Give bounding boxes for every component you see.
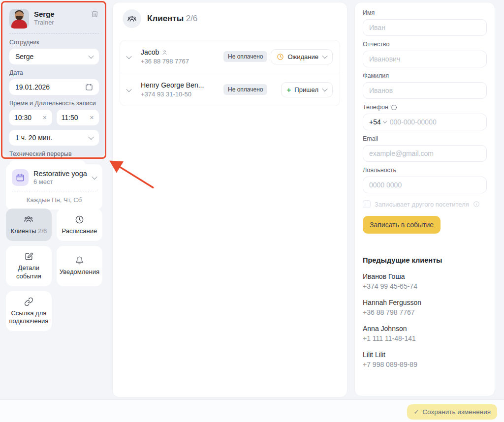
plus-icon: + — [287, 86, 291, 93]
last-name-field[interactable] — [363, 82, 487, 99]
clock-icon — [75, 215, 84, 224]
end-time-value: 11:50 — [62, 114, 78, 121]
clients-title: Клиенты — [147, 14, 184, 23]
expand-chevron-icon[interactable] — [127, 85, 137, 94]
event-capacity: 6 мест — [33, 178, 88, 185]
employee-label: Сотрудник — [9, 39, 99, 46]
previous-clients-title: Предыдущие клиенты — [363, 256, 487, 264]
chevron-down-icon — [322, 53, 327, 59]
employee-select[interactable]: Serge — [9, 49, 99, 64]
other-visitor-checkbox[interactable] — [363, 200, 371, 208]
first-name-field[interactable] — [363, 19, 487, 36]
clear-icon[interactable]: ✕ — [90, 115, 94, 121]
people-icon — [24, 214, 33, 224]
chevron-down-icon[interactable] — [92, 174, 97, 180]
booking-app: Serge Trainer Сотрудник Serge Дата 19.01… — [0, 0, 504, 422]
start-time-value: 10:30 — [14, 114, 32, 121]
client-phone: +374 93 31-10-50 — [141, 90, 223, 98]
trainer-profile: Serge Trainer — [9, 9, 99, 29]
chevron-down-icon — [88, 53, 94, 59]
phone-label: Телефон — [363, 104, 388, 111]
tab-connection-link[interactable]: Ссылка для подключения — [6, 291, 52, 332]
new-client-form: Имя Отчество Фамилия Телефон +54 Email Л… — [354, 2, 495, 396]
employee-value: Serge — [15, 53, 33, 60]
previous-client-item[interactable]: Anna Johnson +1 111 11-48-141 — [363, 325, 487, 342]
client-row-henry: Henry George Ben... +374 93 31-10-50 Не … — [120, 73, 340, 106]
link-icon — [24, 297, 33, 306]
end-time-field[interactable]: 11:50 ✕ — [57, 110, 99, 125]
event-title: Restorative yoga — [33, 170, 88, 178]
previous-client-name: Anna Johnson — [363, 325, 487, 332]
event-calendar-icon — [12, 169, 29, 186]
date-value: 19.01.2026 — [15, 83, 50, 91]
add-to-event-button[interactable]: Записать в событие — [363, 216, 441, 234]
date-label: Дата — [9, 69, 99, 76]
tab-clients[interactable]: Клиенты 2/6 — [6, 209, 52, 241]
booking-settings-card: Serge Trainer Сотрудник Serge Дата 19.01… — [3, 3, 105, 156]
divider — [12, 191, 96, 191]
tab-notifications[interactable]: Уведомления — [57, 246, 102, 286]
tab-schedule-label: Расписание — [62, 227, 97, 235]
save-changes-button[interactable]: ✓ Сохранить изменения — [407, 404, 497, 420]
previous-client-name: Hannah Fergusson — [363, 299, 487, 306]
footer-bar: ✓ Сохранить изменения — [0, 399, 504, 422]
chevron-down-icon — [88, 134, 94, 140]
other-visitor-label: Записывает другого посетителя — [375, 201, 469, 208]
payment-badge: Не оплачено — [223, 51, 267, 62]
tab-event-details-label: Детали события — [9, 264, 49, 280]
clients-count: 2/6 — [186, 14, 198, 23]
client-phone: +36 88 798 7767 — [141, 58, 223, 65]
start-time-field[interactable]: 10:30 ✕ — [9, 110, 52, 125]
tab-clients-label: Клиенты — [10, 227, 36, 235]
calendar-icon — [85, 83, 93, 91]
event-card[interactable]: Restorative yoga 6 мест Каждые Пн, Чт, С… — [6, 164, 102, 210]
note-edit-icon — [24, 252, 33, 261]
duration-value: 1 ч. 20 мин. — [15, 134, 52, 142]
tab-schedule[interactable]: Расписание — [57, 209, 102, 241]
clients-panel: Клиенты 2/6 Jacob +36 88 798 7767 Не опл… — [112, 2, 347, 397]
previous-client-item[interactable]: Lilit Lilit +7 998 089-89-89 — [363, 351, 487, 368]
info-icon[interactable] — [391, 104, 397, 111]
break-label: Технический перерыв — [9, 151, 99, 157]
status-label: Пришел — [294, 86, 318, 93]
status-label: Ожидание — [287, 53, 318, 60]
save-changes-label: Сохранить изменения — [422, 408, 491, 416]
previous-client-item[interactable]: Иванов Гоша +374 99 45-65-74 — [363, 272, 487, 290]
first-name-label: Имя — [363, 9, 487, 16]
status-dropdown[interactable]: Ожидание — [271, 49, 333, 64]
email-label: Email — [363, 135, 487, 142]
phone-field[interactable]: +54 — [363, 114, 487, 130]
bell-icon — [75, 256, 84, 265]
previous-client-name: Lilit Lilit — [363, 351, 487, 359]
tab-notifications-label: Уведомления — [60, 268, 99, 276]
client-name: Jacob — [141, 48, 159, 56]
phone-country-code[interactable]: +54 — [369, 118, 386, 126]
trash-icon[interactable] — [91, 10, 99, 18]
trainer-role: Trainer — [34, 19, 86, 26]
email-field[interactable] — [363, 145, 487, 162]
chevron-down-icon — [322, 86, 327, 91]
sidebar-nav: Клиенты 2/6 Расписание Детали события Ув… — [6, 209, 102, 331]
last-name-label: Фамилия — [363, 72, 487, 79]
tab-connection-link-label: Ссылка для подключения — [9, 309, 49, 326]
clients-header: Клиенты 2/6 — [113, 2, 347, 34]
info-icon[interactable] — [473, 201, 480, 208]
loyalty-field[interactable] — [363, 177, 487, 193]
people-icon — [123, 9, 141, 28]
check-icon: ✓ — [413, 408, 419, 416]
previous-client-item[interactable]: Hannah Fergusson +36 88 798 7767 — [363, 299, 487, 316]
duration-select[interactable]: 1 ч. 20 мин. — [9, 130, 99, 146]
phone-number-input[interactable] — [390, 115, 480, 129]
middle-name-field[interactable] — [363, 51, 487, 67]
person-icon — [161, 49, 168, 56]
waiting-clock-icon — [277, 53, 284, 60]
status-dropdown[interactable]: + Пришел — [281, 82, 333, 97]
payment-badge: Не оплачено — [223, 84, 267, 95]
clear-icon[interactable]: ✕ — [42, 115, 47, 121]
tab-event-details[interactable]: Детали события — [6, 246, 52, 286]
date-field[interactable]: 19.01.2026 — [9, 79, 99, 95]
expand-chevron-icon[interactable] — [127, 52, 137, 61]
event-schedule: Каждые Пн, Чт, Сб — [12, 192, 96, 206]
client-row-jacob: Jacob +36 88 798 7767 Не оплачено Ожидан… — [120, 40, 340, 73]
trainer-avatar — [9, 9, 29, 29]
